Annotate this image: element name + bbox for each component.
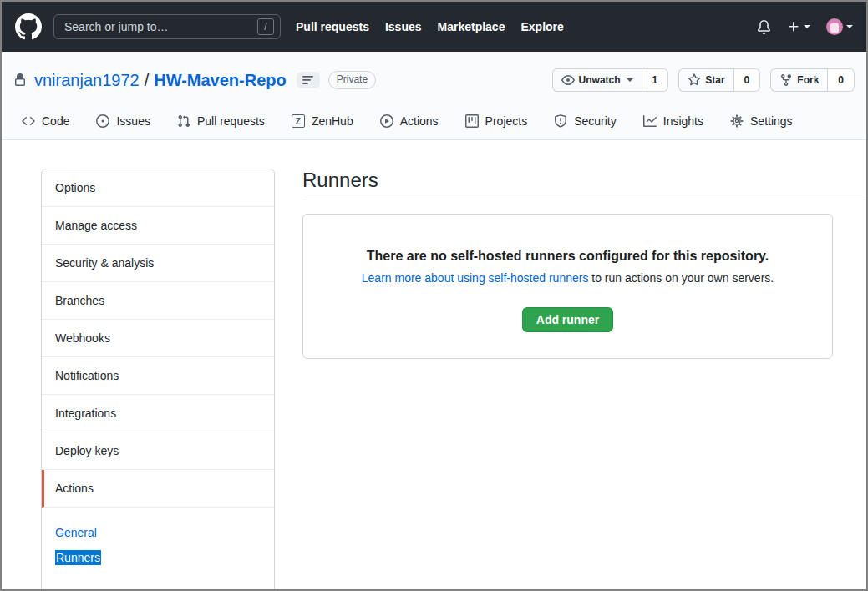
top-right-controls	[757, 18, 853, 35]
sidebar-item-branches[interactable]: Branches	[42, 282, 274, 320]
empty-state-description: Learn more about using self-hosted runne…	[323, 271, 812, 285]
unwatch-button[interactable]: Unwatch	[552, 68, 642, 92]
nav-pull-requests[interactable]: Pull requests	[296, 20, 369, 33]
sidebar-item-deploy-keys[interactable]: Deploy keys	[42, 432, 274, 470]
sidebar-item-webhooks[interactable]: Webhooks	[42, 320, 274, 357]
play-circle-icon	[380, 114, 393, 128]
star-button-group: Star 0	[678, 68, 760, 92]
plus-icon	[787, 20, 800, 33]
user-menu-button[interactable]	[826, 18, 853, 35]
tab-pull-requests[interactable]: Pull requests	[164, 104, 278, 139]
bell-icon	[757, 20, 771, 34]
sidebar-item-manage-access[interactable]: Manage access	[42, 207, 274, 245]
tab-issues[interactable]: Issues	[83, 104, 163, 139]
graph-icon	[643, 114, 657, 128]
repository-title-row: vniranjan1972 / HW-Maven-Repo Private Un…	[2, 67, 866, 93]
description-tail: to run actions on your own servers.	[588, 271, 774, 285]
tab-settings[interactable]: Settings	[717, 104, 806, 139]
sub-item-general[interactable]: General	[55, 525, 97, 540]
eye-icon	[561, 73, 575, 87]
nav-issues[interactable]: Issues	[385, 20, 422, 33]
chevron-down-icon	[627, 78, 633, 82]
repository-breadcrumb: vniranjan1972 / HW-Maven-Repo	[34, 71, 287, 90]
zenhub-z-icon: Z	[292, 114, 305, 128]
private-badge: Private	[328, 71, 376, 89]
gear-icon	[730, 114, 744, 128]
top-navigation-bar: / Pull requests Issues Marketplace Explo…	[2, 2, 866, 52]
list-icon	[302, 75, 315, 85]
star-button[interactable]: Star	[678, 68, 733, 92]
create-new-dropdown-button[interactable]	[787, 20, 810, 33]
repository-header: vniranjan1972 / HW-Maven-Repo Private Un…	[2, 52, 866, 140]
octocat-icon	[15, 13, 42, 40]
repository-tabs: Code Issues Pull requests Z ZenHub Actio…	[2, 104, 866, 139]
github-repo-settings-window: / Pull requests Issues Marketplace Explo…	[0, 0, 868, 591]
lock-icon	[13, 73, 27, 87]
list-unordered-button[interactable]	[297, 72, 320, 88]
actions-sub-navigation: General Runners	[42, 508, 274, 591]
nav-explore[interactable]: Explore	[520, 20, 563, 33]
user-avatar	[826, 18, 843, 35]
git-pull-request-icon	[177, 114, 190, 128]
add-runner-button[interactable]: Add runner	[522, 307, 613, 332]
repo-owner-link[interactable]: vniranjan1972	[34, 71, 140, 90]
fork-icon	[779, 73, 793, 87]
repo-action-buttons: Unwatch 1 Star 0 Fork	[552, 68, 855, 92]
sidebar-item-actions[interactable]: Actions	[42, 470, 274, 508]
sidebar-item-security-analysis[interactable]: Security & analysis	[42, 245, 274, 282]
tab-code[interactable]: Code	[8, 104, 83, 139]
code-icon	[22, 114, 35, 128]
top-nav-links: Pull requests Issues Marketplace Explore	[296, 20, 564, 33]
sidebar-item-options[interactable]: Options	[42, 169, 274, 207]
global-search-box: /	[53, 14, 281, 39]
settings-content: Options Manage access Security & analysi…	[2, 140, 866, 591]
github-logo-icon[interactable]	[15, 13, 42, 40]
sidebar-item-notifications[interactable]: Notifications	[42, 357, 274, 395]
tab-zenhub[interactable]: Z ZenHub	[278, 104, 367, 139]
tab-projects[interactable]: Projects	[452, 104, 541, 139]
shield-icon	[554, 114, 567, 128]
breadcrumb-separator: /	[145, 71, 150, 90]
nav-marketplace[interactable]: Marketplace	[438, 20, 505, 33]
chevron-down-icon	[804, 25, 810, 28]
tab-security[interactable]: Security	[541, 104, 630, 139]
empty-state-heading: There are no self-hosted runners configu…	[323, 249, 812, 264]
page-title: Runners	[302, 169, 866, 200]
notifications-bell-button[interactable]	[757, 20, 771, 34]
chevron-down-icon	[846, 25, 853, 28]
star-icon	[688, 73, 701, 87]
learn-more-link[interactable]: Learn more about using self-hosted runne…	[362, 271, 589, 285]
sidebar-item-integrations[interactable]: Integrations	[42, 395, 274, 432]
forks-count[interactable]: 0	[828, 68, 855, 92]
settings-sidebar: Options Manage access Security & analysi…	[41, 169, 275, 591]
fork-button[interactable]: Fork	[770, 68, 828, 92]
runners-panel: Runners There are no self-hosted runners…	[302, 169, 866, 359]
search-input[interactable]	[63, 19, 257, 34]
watchers-count[interactable]: 1	[642, 68, 669, 92]
fork-button-group: Fork 0	[770, 68, 855, 92]
no-runners-empty-state: There are no self-hosted runners configu…	[302, 214, 833, 359]
watch-button-group: Unwatch 1	[552, 68, 669, 92]
slash-shortcut-hint: /	[257, 18, 274, 35]
stars-count[interactable]: 0	[734, 68, 761, 92]
tab-insights[interactable]: Insights	[630, 104, 717, 139]
issue-opened-icon	[96, 114, 109, 128]
repo-name-link[interactable]: HW-Maven-Repo	[154, 71, 287, 90]
project-board-icon	[465, 114, 479, 128]
tab-actions[interactable]: Actions	[367, 104, 452, 139]
sub-item-runners[interactable]: Runners	[55, 550, 101, 565]
